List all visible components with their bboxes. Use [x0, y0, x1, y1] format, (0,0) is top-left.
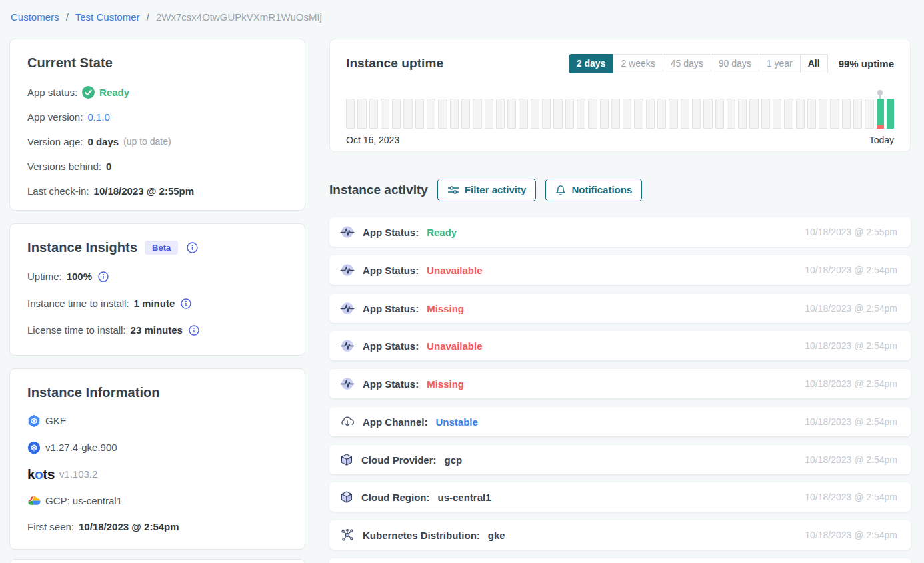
uptime-bar[interactable]	[819, 99, 827, 129]
pulse-icon	[340, 263, 355, 277]
uptime-bar[interactable]	[738, 99, 747, 129]
current-state-card: Current State App status: Ready App vers…	[9, 39, 305, 211]
uptime-bar[interactable]	[681, 99, 689, 129]
uptime-bar[interactable]	[473, 99, 481, 129]
activity-row: App Status: Missing 10/18/2023 @ 2:54pm	[329, 369, 911, 398]
uptime-bar[interactable]	[427, 99, 435, 129]
left-partial-card	[9, 559, 305, 563]
uptime-bar[interactable]	[565, 99, 574, 129]
uptime-bar[interactable]	[450, 99, 459, 129]
uptime-range-button[interactable]: 2 weeks	[613, 54, 663, 73]
cloud-row: GCP: us-central1	[27, 494, 287, 508]
versions-behind-value: 0	[106, 159, 111, 173]
uptime-range-group: 2 days2 weeks45 days90 days1 yearAll	[569, 54, 828, 73]
uptime-bar[interactable]	[392, 99, 401, 129]
sliders-icon	[447, 185, 459, 195]
uptime-bar[interactable]	[784, 99, 793, 129]
uptime-bar[interactable]	[588, 99, 597, 129]
uptime-bar[interactable]	[807, 99, 816, 129]
uptime-bar[interactable]	[496, 99, 505, 129]
activity-row-value: Ready	[427, 227, 457, 238]
uptime-bar[interactable]	[461, 99, 470, 129]
uptime-bar[interactable]	[403, 99, 412, 129]
info-icon[interactable]	[98, 271, 109, 282]
version-age-note: (up to date)	[123, 135, 171, 149]
uptime-bar[interactable]	[715, 99, 724, 129]
uptime-bar[interactable]	[357, 99, 366, 129]
uptime-bar[interactable]	[634, 99, 643, 129]
filter-activity-button[interactable]: Filter activity	[437, 179, 537, 201]
kots-version-row: kots v1.103.2	[27, 467, 287, 481]
breadcrumb-separator: /	[66, 11, 69, 23]
uptime-bar[interactable]	[877, 99, 884, 129]
package-icon	[340, 453, 353, 466]
uptime-bar[interactable]	[381, 99, 389, 129]
activity-row-label: App Status:	[363, 265, 419, 276]
info-icon[interactable]	[181, 298, 191, 309]
instance-tti-label: Instance time to install:	[27, 296, 129, 310]
instance-uptime-card: Instance uptime 2 days2 weeks45 days90 d…	[329, 39, 911, 152]
uptime-range-button[interactable]: 90 days	[711, 54, 759, 73]
kubernetes-icon	[27, 441, 41, 454]
uptime-bar[interactable]	[703, 99, 712, 129]
bell-icon	[555, 185, 566, 196]
uptime-bar[interactable]	[692, 99, 701, 129]
uptime-bar[interactable]	[761, 99, 770, 129]
first-seen-row: First seen: 10/18/2023 @ 2:54pm	[27, 520, 287, 534]
activity-row-timestamp: 10/18/2023 @ 2:54pm	[805, 530, 897, 540]
uptime-bar[interactable]	[623, 99, 631, 129]
breadcrumb-customers-link[interactable]: Customers	[11, 11, 59, 23]
uptime-bar[interactable]	[773, 99, 781, 129]
activity-row: App Status: Unavailable 10/18/2023 @ 2:5…	[329, 331, 911, 360]
uptime-bar[interactable]	[727, 99, 735, 129]
activity-row: Kubernetes Distribution: gke 10/18/2023 …	[329, 520, 911, 550]
uptime-bar[interactable]	[507, 99, 516, 129]
kots-logo: kots	[27, 467, 55, 481]
first-seen-label: First seen:	[27, 520, 74, 534]
uptime-bar[interactable]	[865, 99, 873, 129]
breadcrumb-customer-link[interactable]: Test Customer	[75, 11, 140, 23]
uptime-bar[interactable]	[796, 99, 805, 129]
uptime-range-button[interactable]: 45 days	[663, 54, 711, 73]
uptime-bar[interactable]	[600, 99, 609, 129]
uptime-bar[interactable]	[842, 99, 851, 129]
activity-row-timestamp: 10/18/2023 @ 2:54pm	[805, 378, 897, 389]
activity-row-label: Kubernetes Distribution:	[363, 530, 480, 541]
uptime-bar[interactable]	[657, 99, 666, 129]
uptime-bar[interactable]	[830, 99, 839, 129]
last-checkin-value: 10/18/2023 @ 2:55pm	[94, 184, 195, 198]
uptime-bar[interactable]	[749, 99, 758, 129]
uptime-bar[interactable]	[542, 99, 551, 129]
uptime-bar[interactable]	[485, 99, 493, 129]
info-icon[interactable]	[189, 325, 199, 336]
license-tti-row: License time to install: 23 minutes	[27, 323, 287, 337]
app-version-link[interactable]: 0.1.0	[87, 110, 109, 124]
last-checkin-label: Last check-in:	[27, 184, 89, 198]
uptime-bar[interactable]	[519, 99, 527, 129]
uptime-bar[interactable]	[553, 99, 562, 129]
activity-row: App Status: Missing 10/18/2023 @ 2:54pm	[329, 294, 911, 323]
uptime-range-button[interactable]: All	[801, 54, 828, 73]
uptime-bar[interactable]	[669, 99, 677, 129]
uptime-bar[interactable]	[887, 99, 894, 129]
uptime-bar[interactable]	[415, 99, 424, 129]
uptime-range-button[interactable]: 2 days	[569, 54, 614, 73]
pulse-icon	[340, 301, 355, 316]
uptime-bar[interactable]	[369, 99, 378, 129]
uptime-bar[interactable]	[646, 99, 655, 129]
uptime-bar[interactable]	[531, 99, 539, 129]
distribution-row: GKE	[27, 414, 287, 428]
filter-activity-label: Filter activity	[465, 184, 527, 196]
uptime-bar[interactable]	[438, 99, 447, 129]
activity-row-label: App Status:	[363, 340, 419, 352]
notifications-button[interactable]: Notifications	[545, 179, 642, 201]
uptime-bar[interactable]	[346, 99, 355, 129]
pulse-icon	[340, 338, 355, 353]
notifications-label: Notifications	[571, 184, 632, 196]
info-icon[interactable]	[187, 242, 198, 253]
uptime-range-button[interactable]: 1 year	[759, 54, 801, 73]
uptime-start-label: Oct 16, 2023	[346, 135, 399, 145]
uptime-bar[interactable]	[611, 99, 620, 129]
uptime-bar[interactable]	[577, 99, 585, 129]
uptime-bar[interactable]	[853, 99, 862, 129]
